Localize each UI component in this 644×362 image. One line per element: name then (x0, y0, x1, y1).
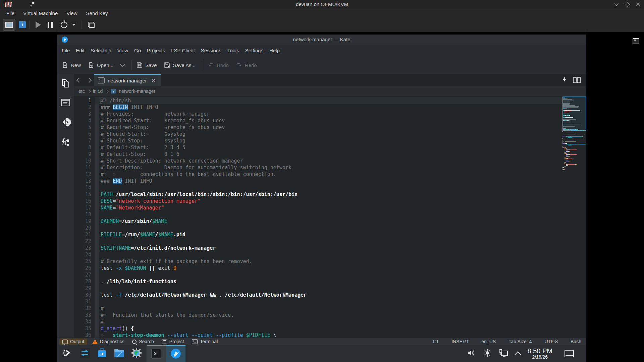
code-line[interactable]: 36» start-stop-daemon --start --quiet --… (74, 332, 562, 338)
tab-close-icon[interactable]: ✕ (151, 77, 156, 84)
dictionary[interactable]: en_US (481, 339, 496, 344)
git-icon[interactable] (60, 117, 71, 129)
application-launcher-icon[interactable] (63, 348, 73, 359)
code-line[interactable]: 21PIDFILE=/run/$NAME/$NAME.pid (74, 231, 562, 238)
code-line[interactable]: 25# Gracefully exit if the package has b… (74, 258, 562, 265)
code-line[interactable]: 29 (74, 285, 562, 292)
menu-sessions[interactable]: Sessions (198, 48, 224, 53)
pause-icon[interactable] (48, 22, 53, 28)
code-line[interactable]: 3# Provides: network-manager (74, 111, 562, 117)
tab-network-manager[interactable]: >_ network-manager ✕ (94, 74, 161, 86)
menu-edit[interactable]: Edit (73, 48, 88, 53)
redo-button[interactable]: ↷Redo (236, 62, 257, 68)
menu-lsp-client[interactable]: LSP Client (168, 48, 198, 53)
input-mode[interactable]: INSERT (451, 339, 469, 344)
search-button[interactable]: Search (129, 339, 157, 345)
editor[interactable]: 1#! /bin/sh2### BEGIN INIT INFO3# Provid… (74, 96, 586, 338)
code-line[interactable]: 34# (74, 318, 562, 325)
displays-icon[interactable] (88, 22, 95, 28)
code-line[interactable]: 31 (74, 298, 562, 305)
fullscreen-icon[interactable] (633, 38, 639, 44)
breadcrumb-item[interactable]: network-manager (119, 88, 155, 94)
projects-icon[interactable] (61, 98, 71, 109)
code-line[interactable]: 20 (74, 225, 562, 231)
graphical-console-button[interactable] (3, 19, 15, 31)
show-desktop-button[interactable] (565, 350, 574, 357)
menu-settings[interactable]: Settings (242, 48, 266, 53)
menu-send-key[interactable]: Send Key (82, 10, 112, 16)
minimap-viewport[interactable] (562, 97, 586, 131)
code-line[interactable]: 27 (74, 272, 562, 278)
code-line[interactable]: 6# Should-Start:» $syslog (74, 131, 562, 137)
menu-tools[interactable]: Tools (224, 48, 242, 53)
tab-size[interactable]: Tab Size: 4 (508, 339, 532, 344)
taskbar-task-kate[interactable] (166, 345, 185, 362)
terminal-button[interactable]: >_ Terminal (189, 339, 221, 345)
kate-titlebar[interactable]: network-manager — Kate (57, 35, 586, 45)
code-line[interactable]: 32# (74, 305, 562, 312)
output-button[interactable]: Output (59, 339, 87, 345)
save-as-button[interactable]: Save As... (164, 62, 196, 68)
breadcrumb-item[interactable]: etc (78, 88, 85, 94)
code-line[interactable]: 30test -f /etc/default/NetworkManager &&… (74, 292, 562, 298)
menu-go[interactable]: Go (131, 48, 144, 53)
expand-tray-icon[interactable] (515, 351, 521, 358)
code-line[interactable]: 9# Default-Stop: 0 1 6 (74, 151, 562, 158)
open-recent-caret[interactable] (121, 64, 124, 66)
shutdown-icon[interactable] (61, 21, 67, 28)
code-line[interactable]: 18 (74, 211, 562, 218)
code-line[interactable]: 26test -x $DAEMON || exit 0 (74, 265, 562, 272)
minimap-scrollbar[interactable] (562, 96, 586, 338)
split-view-icon[interactable] (573, 77, 581, 83)
open-button[interactable]: Open... (88, 62, 113, 68)
network-icon[interactable] (499, 349, 508, 358)
undo-button[interactable]: ↶Undo (208, 62, 229, 68)
code-line[interactable]: 16DESC="network connection manager" (74, 198, 562, 204)
vm-details-button[interactable]: i (19, 21, 26, 28)
close-icon[interactable] (635, 2, 641, 7)
code-line[interactable]: 23SCRIPTNAME=/etc/init.d/network-manager (74, 245, 562, 251)
code-line[interactable]: 35d_start() { (74, 325, 562, 332)
diagnostics-button[interactable]: Diagnostics (89, 339, 127, 345)
back-icon[interactable] (74, 74, 84, 86)
cursor-position[interactable]: 1:1 (432, 339, 439, 344)
minimize-icon[interactable] (614, 2, 619, 7)
quick-open-icon[interactable] (562, 77, 567, 83)
save-button[interactable]: Save (137, 62, 157, 68)
file-manager-icon[interactable] (114, 348, 124, 359)
menu-file[interactable]: File (59, 48, 73, 53)
shutdown-menu-caret-icon[interactable] (72, 24, 75, 26)
lsp-symbols-icon[interactable] (61, 137, 71, 148)
code-line[interactable]: 22 (74, 238, 562, 245)
code-line[interactable]: 15PATH=/usr/local/sbin:/usr/local/bin:/s… (74, 191, 562, 198)
system-settings-icon[interactable] (79, 348, 90, 360)
encoding[interactable]: UTF-8 (544, 339, 558, 344)
code-line[interactable]: 4# Required-Start: $remote_fs dbus udev (74, 117, 562, 124)
code-line[interactable]: 33#» Function that starts the daemon/ser… (74, 312, 562, 318)
syntax-mode[interactable]: Bash (571, 339, 581, 344)
breadcrumb-item[interactable]: init.d (93, 88, 103, 94)
code-line[interactable]: 24 (74, 251, 562, 258)
new-button[interactable]: New (62, 62, 81, 68)
documents-icon[interactable] (61, 78, 71, 89)
forward-icon[interactable] (84, 74, 94, 86)
code-line[interactable]: 28. /lib/lsb/init-functions (74, 278, 562, 285)
menu-file[interactable]: File (2, 10, 19, 16)
brightness-icon[interactable] (483, 349, 491, 358)
code-line[interactable]: 11# Description: Daemon for automaticall… (74, 164, 562, 171)
menu-projects[interactable]: Projects (144, 48, 168, 53)
menu-view[interactable]: View (114, 48, 131, 53)
code-line[interactable]: 19DAEMON=/usr/sbin/$NAME (74, 218, 562, 225)
settings-gear-icon[interactable] (131, 348, 142, 360)
taskbar-task-konsole[interactable] (147, 345, 166, 362)
code-line[interactable]: 10# Short-Description: network connectio… (74, 158, 562, 164)
code-line[interactable]: 8# Default-Start: 2 3 4 5 (74, 144, 562, 151)
clock[interactable]: 8:50 PM 2/16/26 (528, 348, 552, 360)
menu-selection[interactable]: Selection (88, 48, 114, 53)
code-line[interactable]: 13### END INIT INFO (74, 178, 562, 184)
code-line[interactable]: 1#! /bin/sh (74, 97, 562, 104)
menu-view[interactable]: View (62, 10, 82, 16)
menu-virtual-machine[interactable]: Virtual Machine (19, 10, 62, 16)
code-line[interactable]: 2### BEGIN INIT INFO (74, 104, 562, 111)
code-line[interactable]: 12#» » connections to the best available… (74, 171, 562, 178)
